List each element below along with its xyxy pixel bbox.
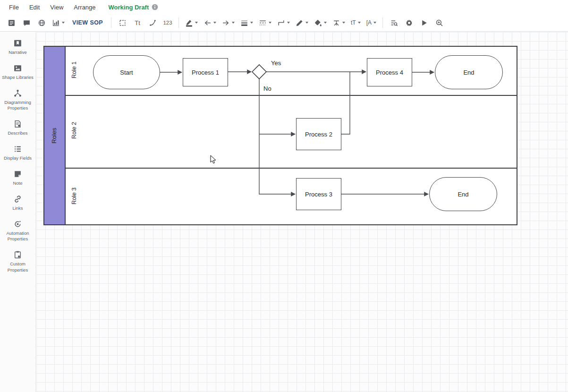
sidebar-item-label: Shape Libraries: [2, 75, 34, 81]
sidebar-item-describes[interactable]: Describes: [1, 119, 35, 136]
chevron-down-icon: [232, 22, 235, 24]
menu-edit[interactable]: Edit: [24, 4, 45, 11]
node-process1[interactable]: Process 1: [183, 58, 228, 86]
line-style-icon: [259, 19, 267, 27]
left-sidebar: Narrative Shape Libraries Diagramming Pr…: [0, 32, 36, 392]
note-icon: [13, 170, 22, 179]
numbering-button[interactable]: 123: [160, 16, 175, 29]
menu-bar: File Edit View Arrange Working Draft: [0, 0, 568, 14]
document-button[interactable]: [4, 16, 19, 29]
sidebar-item-narrative[interactable]: Narrative: [1, 39, 35, 56]
line-weight-icon: [240, 19, 248, 27]
chevron-down-icon: [269, 22, 271, 24]
chevron-down-icon: [305, 22, 308, 24]
zoom-button[interactable]: [432, 16, 447, 29]
play-button[interactable]: [416, 16, 432, 29]
sidebar-item-label: Automation Properties: [1, 230, 35, 243]
sidebar-item-label: Diagramming Properties: [1, 100, 35, 112]
menu-view[interactable]: View: [45, 4, 68, 11]
border-color-button[interactable]: [293, 16, 311, 29]
sidebar-item-label: Display Fields: [4, 155, 32, 162]
sidebar-item-note[interactable]: Note: [1, 170, 35, 187]
conditional-formatting-icon: [390, 19, 398, 27]
sidebar-item-diagramming-properties[interactable]: Diagramming Properties: [1, 89, 35, 112]
marquee-select-icon: [119, 19, 127, 27]
marquee-select-button[interactable]: [115, 16, 130, 29]
toolbar-separator: [382, 17, 383, 28]
menu-file[interactable]: File: [4, 4, 24, 11]
line-weight-button[interactable]: [237, 16, 256, 29]
sidebar-item-shape-libraries[interactable]: Shape Libraries: [1, 64, 35, 81]
diagram-canvas[interactable]: Roles Role 1 Role 2 Role 3 Start Process…: [36, 32, 568, 392]
sidebar-item-links[interactable]: Links: [1, 195, 35, 212]
chevron-down-icon: [62, 22, 65, 24]
document-icon: [8, 19, 16, 27]
decision-diamond[interactable]: [252, 65, 266, 79]
automation-properties-icon: [13, 220, 22, 229]
comment-button[interactable]: [19, 16, 34, 29]
comment-icon: [23, 19, 31, 27]
conditional-formatting-button[interactable]: [386, 16, 401, 29]
node-start[interactable]: Start: [93, 55, 160, 89]
display-fields-icon: [13, 145, 22, 153]
connector-shape-button[interactable]: [274, 16, 293, 29]
connection-points-button[interactable]: [330, 16, 348, 29]
connector-decision-no-to-process3[interactable]: [259, 79, 295, 194]
toolbar-separator: [111, 17, 111, 28]
menu-arrange[interactable]: Arrange: [68, 4, 101, 11]
info-icon[interactable]: [152, 4, 158, 10]
node-process4[interactable]: Process 4: [367, 58, 412, 86]
describes-icon: [13, 119, 22, 128]
fill-color-icon: [314, 19, 322, 27]
edge-label-yes[interactable]: Yes: [271, 60, 281, 67]
font-size-button[interactable]: tT: [348, 16, 364, 29]
toolbar-separator: [178, 17, 179, 28]
play-icon: [420, 19, 428, 27]
settings-button[interactable]: [401, 16, 416, 29]
document-status-label: Working Draft: [109, 4, 149, 11]
line-end-arrow-button[interactable]: [219, 16, 237, 29]
connector-process2-to-process4[interactable]: [341, 72, 350, 134]
sidebar-item-display-fields[interactable]: Display Fields: [1, 145, 35, 162]
toolbar: VIEW SOP Tt 123: [0, 14, 568, 32]
sidebar-item-custom-properties[interactable]: Custom Properties: [1, 250, 35, 273]
node-end-1[interactable]: End: [435, 55, 503, 89]
connector-shape-icon: [277, 19, 285, 27]
links-icon: [13, 195, 22, 204]
chevron-down-icon: [250, 22, 253, 24]
narrative-icon: [13, 39, 22, 48]
document-status[interactable]: Working Draft: [109, 4, 159, 11]
settings-gear-icon: [405, 19, 413, 27]
view-sop-button[interactable]: VIEW SOP: [68, 16, 108, 29]
chevron-down-icon: [287, 22, 290, 24]
sidebar-item-label: Links: [12, 205, 23, 212]
chevron-down-icon: [358, 22, 361, 24]
chevron-down-icon: [195, 22, 198, 24]
sidebar-item-automation-properties[interactable]: Automation Properties: [1, 220, 35, 243]
font-size-label: tT: [351, 19, 356, 26]
sidebar-item-label: Narrative: [8, 50, 27, 56]
text-tool-button[interactable]: Tt: [130, 16, 145, 29]
chevron-down-icon: [213, 22, 216, 24]
edge-label-no[interactable]: No: [263, 85, 271, 92]
connection-points-icon: [332, 19, 340, 27]
connector-tool-button[interactable]: [145, 16, 160, 29]
sidebar-item-label: Custom Properties: [1, 261, 35, 273]
node-process3[interactable]: Process 3: [296, 178, 341, 210]
chevron-down-icon: [373, 22, 376, 24]
line-start-arrow-button[interactable]: [201, 16, 219, 29]
fill-color-button[interactable]: [311, 16, 330, 29]
globe-button[interactable]: [34, 16, 49, 29]
line-color-button[interactable]: [182, 16, 201, 29]
pencil-icon: [296, 19, 304, 27]
text-format-label: [A: [366, 19, 372, 26]
connector-icon: [149, 19, 157, 27]
node-process2[interactable]: Process 2: [296, 118, 341, 150]
text-format-button[interactable]: [A: [364, 16, 379, 29]
sidebar-item-label: Describes: [8, 130, 27, 136]
sidebar-item-label: Note: [13, 180, 22, 187]
line-style-button[interactable]: [256, 16, 274, 29]
node-end-2[interactable]: End: [429, 177, 497, 211]
chart-button[interactable]: [49, 16, 68, 29]
chevron-down-icon: [324, 22, 327, 24]
